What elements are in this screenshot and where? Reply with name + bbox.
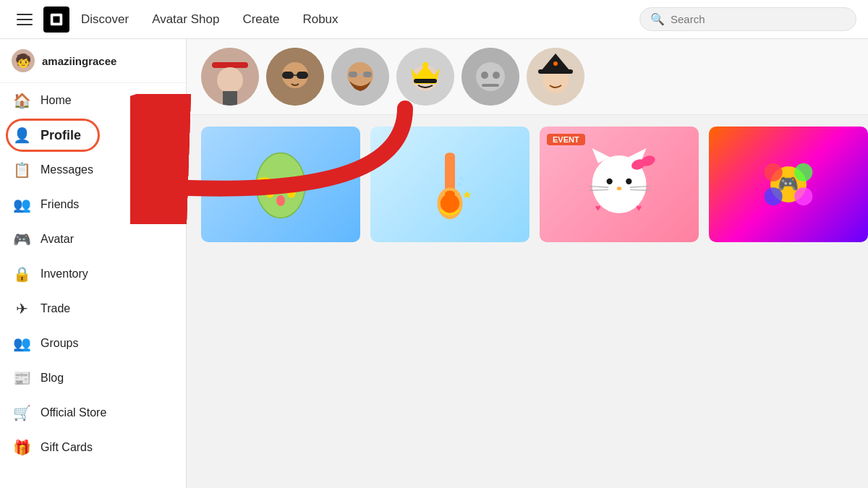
svg-rect-14 <box>363 72 372 77</box>
search-box[interactable]: 🔍 <box>639 7 856 31</box>
sidebar-item-trade[interactable]: ✈ Trade <box>0 291 186 326</box>
svg-line-54 <box>589 190 608 191</box>
svg-point-22 <box>481 72 488 79</box>
sidebar-label-groups: Groups <box>41 337 78 350</box>
svg-point-49 <box>640 160 646 166</box>
trade-icon: ✈ <box>13 300 30 317</box>
svg-text:🎮: 🎮 <box>778 174 799 194</box>
navbar: Discover Avatar Shop Create Robux 🔍 <box>0 0 868 39</box>
sidebar-item-avatar[interactable]: 🎮 Avatar <box>0 222 186 257</box>
sidebar-label-avatar: Avatar <box>41 233 74 246</box>
nav-avatar-shop[interactable]: Avatar Shop <box>152 12 219 27</box>
official-store-icon: 🛒 <box>13 404 30 421</box>
sidebar-item-gift-cards[interactable]: 🎁 Gift Cards <box>0 430 186 465</box>
avatar-icon: 🎮 <box>13 231 30 248</box>
friends-row <box>187 39 868 115</box>
groups-icon: 👥 <box>13 335 30 352</box>
sidebar-item-friends[interactable]: 👥 Friends 19 <box>0 187 186 222</box>
svg-rect-5 <box>223 91 237 106</box>
svg-point-52 <box>617 187 622 190</box>
svg-point-43 <box>464 176 467 179</box>
friend-avatar-6[interactable] <box>527 48 584 106</box>
sidebar-item-blog[interactable]: 📰 Blog <box>0 361 186 395</box>
game-thumb-egg[interactable] <box>201 127 360 242</box>
roblox-logo[interactable] <box>43 7 69 33</box>
sidebar-item-messages[interactable]: 📋 Messages <box>0 153 186 187</box>
blog-icon: 📰 <box>13 369 30 387</box>
sidebar-label-trade: Trade <box>41 302 70 315</box>
game-thumb-clean[interactable] <box>370 127 529 242</box>
sidebar-item-official-store[interactable]: 🛒 Official Store <box>0 395 186 430</box>
messages-icon: 📋 <box>13 161 30 179</box>
sidebar-item-groups[interactable]: 👥 Groups <box>0 326 186 361</box>
svg-point-28 <box>553 61 558 66</box>
svg-rect-8 <box>282 72 294 79</box>
svg-point-18 <box>422 62 428 68</box>
svg-rect-10 <box>294 74 297 76</box>
friend-avatar-3[interactable] <box>331 48 389 106</box>
svg-point-40 <box>458 182 461 186</box>
svg-rect-3 <box>212 62 248 68</box>
game-thumb-colorful[interactable]: 🎮 <box>709 127 868 242</box>
nav-links: Discover Avatar Shop Create Robux <box>81 12 634 27</box>
sidebar-item-home[interactable]: 🏠 Home <box>0 83 186 118</box>
svg-line-56 <box>630 190 650 191</box>
svg-rect-19 <box>414 79 437 83</box>
search-icon: 🔍 <box>650 12 665 26</box>
svg-point-51 <box>626 179 631 184</box>
svg-rect-13 <box>349 72 357 77</box>
svg-point-35 <box>284 181 290 189</box>
sidebar-item-inventory[interactable]: 🔒 Inventory <box>0 257 186 291</box>
svg-point-34 <box>275 179 281 188</box>
sidebar-label-inventory: Inventory <box>41 267 88 281</box>
game-thumb-kitty[interactable]: ♥ ♥ EVENT <box>540 127 699 242</box>
gift-cards-icon: 🎁 <box>13 439 30 456</box>
friend-avatar-4[interactable] <box>396 48 454 106</box>
event-badge: EVENT <box>547 134 585 145</box>
sidebar-item-profile[interactable]: 👤 Profile <box>0 118 186 153</box>
svg-point-41 <box>463 180 466 183</box>
sidebar-label-gift-cards: Gift Cards <box>41 441 93 454</box>
nav-create[interactable]: Create <box>242 12 279 27</box>
games-row: ♥ ♥ EVENT 🎮 <box>187 115 868 254</box>
svg-point-50 <box>607 179 613 184</box>
svg-text:♥: ♥ <box>595 203 601 214</box>
sidebar-label-home: Home <box>41 94 72 107</box>
nav-robux[interactable]: Robux <box>302 12 338 27</box>
svg-point-4 <box>217 67 243 93</box>
sidebar-label-friends: Friends <box>41 198 79 211</box>
user-profile-link[interactable]: 🧒 amaziingracee <box>0 39 186 83</box>
svg-rect-27 <box>538 69 573 74</box>
profile-icon: 👤 <box>13 127 30 144</box>
svg-rect-9 <box>297 72 308 79</box>
sidebar-label-official-store: Official Store <box>41 406 106 419</box>
friends-icon: 👥 <box>13 196 30 213</box>
home-icon: 🏠 <box>13 92 30 109</box>
sidebar-label-messages: Messages <box>41 163 93 176</box>
sidebar: 🧒 amaziingracee 🏠 Home 👤 Profile 📋 Messa… <box>0 39 187 488</box>
svg-text:♥: ♥ <box>636 203 642 214</box>
friends-badge: 19 <box>157 197 173 213</box>
inventory-icon: 🔒 <box>13 265 30 283</box>
avatar: 🧒 <box>12 49 35 72</box>
nav-discover[interactable]: Discover <box>81 12 129 27</box>
friend-avatar-5[interactable] <box>461 48 519 106</box>
svg-rect-1 <box>53 16 59 22</box>
friend-avatar-1[interactable] <box>201 48 259 106</box>
search-input[interactable] <box>671 13 846 25</box>
svg-point-23 <box>493 72 500 79</box>
svg-point-32 <box>276 195 285 206</box>
svg-point-39 <box>445 191 455 197</box>
username: amaziingracee <box>42 55 116 67</box>
svg-rect-24 <box>482 84 499 87</box>
svg-rect-15 <box>357 74 363 75</box>
sidebar-label-profile: Profile <box>41 128 81 143</box>
svg-point-31 <box>265 187 274 198</box>
main-content: ♥ ♥ EVENT 🎮 <box>187 39 868 488</box>
svg-point-42 <box>460 176 463 179</box>
hamburger-button[interactable] <box>12 7 38 33</box>
friend-avatar-2[interactable] <box>266 48 324 106</box>
sidebar-label-blog: Blog <box>41 372 64 385</box>
